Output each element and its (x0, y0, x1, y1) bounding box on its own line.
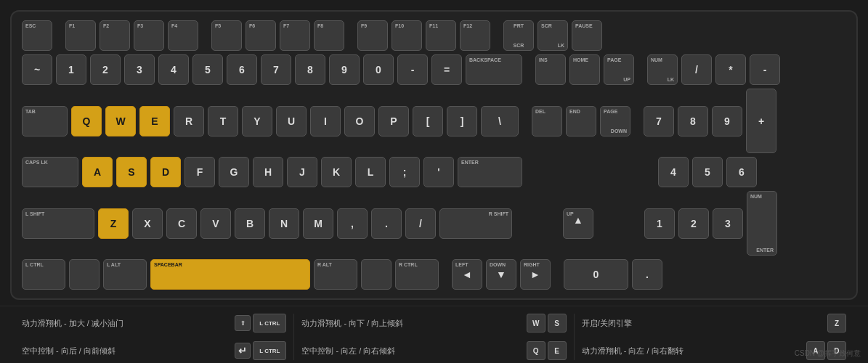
key-capslk[interactable]: CAPS LK (22, 157, 78, 187)
key-num9[interactable]: 9 (712, 106, 742, 136)
key-f1[interactable]: F1 (65, 20, 96, 51)
key-u[interactable]: U (276, 106, 307, 136)
key-num0[interactable]: 0 (564, 259, 628, 290)
key-f4[interactable]: F4 (168, 20, 198, 51)
key-lctrl[interactable]: L CTRL (22, 259, 65, 290)
key-down[interactable]: DOWN▼ (486, 259, 516, 290)
key-6[interactable]: 6 (227, 54, 257, 85)
key-tab[interactable]: TAB (22, 106, 68, 136)
key-w[interactable]: W (105, 106, 136, 136)
key-period[interactable]: . (371, 208, 402, 239)
key-num8[interactable]: 8 (678, 106, 708, 136)
key-4[interactable]: 4 (158, 54, 189, 85)
key-f6[interactable]: F6 (246, 20, 276, 51)
key-num3[interactable]: 3 (713, 208, 743, 239)
key-7[interactable]: 7 (261, 54, 291, 85)
key-right[interactable]: RIGHT► (520, 259, 551, 290)
key-m[interactable]: M (303, 208, 333, 239)
key-5[interactable]: 5 (192, 54, 223, 85)
key-quote[interactable]: ' (423, 157, 454, 187)
key-lalt[interactable]: L ALT (103, 259, 147, 290)
key-n[interactable]: N (269, 208, 299, 239)
key-y[interactable]: Y (242, 106, 272, 136)
key-scrlk[interactable]: SCRLK (538, 20, 568, 51)
key-left[interactable]: LEFT◄ (452, 259, 482, 290)
key-f5[interactable]: F5 (211, 20, 242, 51)
key-i[interactable]: I (310, 106, 341, 136)
key-esc[interactable]: ESC (22, 20, 52, 51)
key-numenter[interactable]: NUMENTER (747, 191, 777, 256)
key-j[interactable]: J (287, 157, 317, 187)
key-o[interactable]: O (344, 106, 375, 136)
key-lwin[interactable] (69, 259, 100, 290)
key-minus[interactable]: - (397, 54, 428, 85)
key-r[interactable]: R (174, 106, 204, 136)
key-0[interactable]: 0 (363, 54, 394, 85)
key-x[interactable]: X (132, 208, 163, 239)
key-lshift[interactable]: L SHIFT (22, 208, 94, 239)
key-numstar[interactable]: * (715, 54, 746, 85)
key-fwdslash[interactable]: / (405, 208, 436, 239)
key-backspace[interactable]: BACKSPACE (466, 54, 522, 85)
key-lbracket[interactable]: [ (413, 106, 443, 136)
key-f8[interactable]: F8 (314, 20, 344, 51)
key-ralt[interactable]: R ALT (314, 259, 357, 290)
key-l[interactable]: L (355, 157, 386, 187)
key-pgup[interactable]: PAGEUP (604, 54, 634, 85)
key-e[interactable]: E (139, 106, 170, 136)
key-home[interactable]: HOME (569, 54, 600, 85)
key-rbracket[interactable]: ] (447, 106, 477, 136)
key-rshift[interactable]: R SHIFT (439, 208, 512, 239)
key-a[interactable]: A (82, 157, 113, 187)
key-v[interactable]: V (200, 208, 231, 239)
key-num2[interactable]: 2 (678, 208, 709, 239)
key-f3[interactable]: F3 (134, 20, 164, 51)
key-p[interactable]: P (378, 106, 409, 136)
key-tilde[interactable]: ~ (22, 54, 52, 85)
key-2[interactable]: 2 (90, 54, 121, 85)
key-numlk[interactable]: NUMLK (647, 54, 678, 85)
key-rwin[interactable] (361, 259, 392, 290)
key-del[interactable]: DEL (532, 106, 562, 136)
key-num1[interactable]: 1 (644, 208, 675, 239)
key-comma[interactable]: , (337, 208, 368, 239)
key-q[interactable]: Q (71, 106, 102, 136)
key-semicolon[interactable]: ; (389, 157, 420, 187)
key-num4[interactable]: 4 (658, 157, 689, 187)
key-up[interactable]: UP▲ (563, 208, 593, 239)
key-z[interactable]: Z (98, 208, 129, 239)
key-1[interactable]: 1 (56, 54, 86, 85)
key-backslash[interactable]: \ (481, 106, 519, 136)
key-k[interactable]: K (321, 157, 352, 187)
key-prtscr[interactable]: PRTSCR (503, 20, 534, 51)
key-pgdn[interactable]: PAGEDOWN (600, 106, 630, 136)
key-f10[interactable]: F10 (392, 20, 422, 51)
key-ins[interactable]: INS (535, 54, 566, 85)
key-t[interactable]: T (208, 106, 238, 136)
key-pause[interactable]: PAUSE (572, 20, 602, 51)
key-f2[interactable]: F2 (100, 20, 130, 51)
key-numminus[interactable]: - (750, 54, 780, 85)
key-b[interactable]: B (235, 208, 265, 239)
key-g[interactable]: G (219, 157, 249, 187)
key-h[interactable]: H (253, 157, 283, 187)
key-f7[interactable]: F7 (280, 20, 310, 51)
key-num6[interactable]: 6 (726, 157, 757, 187)
key-spacebar[interactable]: SPACEBAR (150, 259, 310, 290)
key-f[interactable]: F (184, 157, 215, 187)
key-3[interactable]: 3 (124, 54, 155, 85)
key-num5[interactable]: 5 (692, 157, 723, 187)
key-f9[interactable]: F9 (357, 20, 388, 51)
key-d[interactable]: D (150, 157, 181, 187)
key-c[interactable]: C (166, 208, 197, 239)
key-end[interactable]: END (566, 106, 596, 136)
key-8[interactable]: 8 (295, 54, 325, 85)
key-numplus[interactable]: + (746, 89, 776, 153)
key-f12[interactable]: F12 (460, 20, 490, 51)
key-9[interactable]: 9 (329, 54, 360, 85)
key-s[interactable]: S (116, 157, 147, 187)
key-num7[interactable]: 7 (644, 106, 674, 136)
key-numdel[interactable]: . (632, 259, 662, 290)
key-rctrl[interactable]: R CTRL (395, 259, 439, 290)
key-enter[interactable]: ENTER (458, 157, 522, 187)
